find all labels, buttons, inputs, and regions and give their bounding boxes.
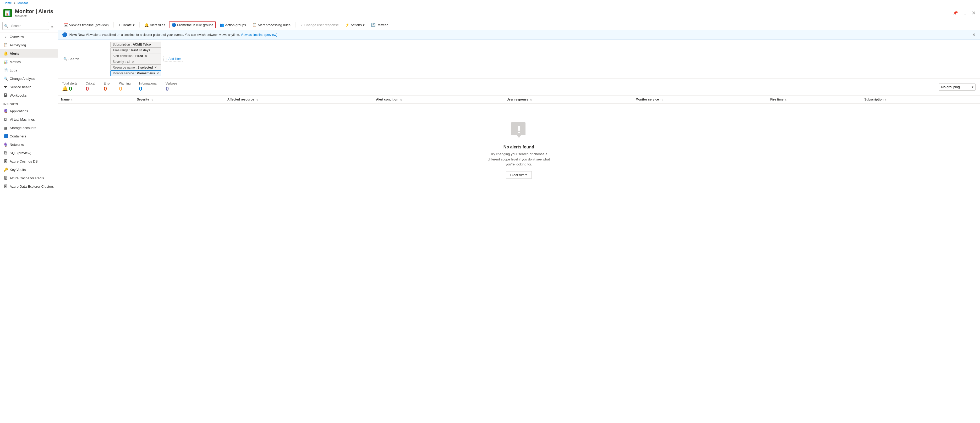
sidebar-label-logs: Logs: [10, 68, 17, 72]
create-button[interactable]: + Create ▾: [116, 21, 137, 28]
prometheus-rule-groups-button[interactable]: 🔵 Prometheus rule groups: [169, 21, 216, 28]
column-header-user_response[interactable]: User response ↑↓: [503, 95, 633, 104]
change-user-response-button[interactable]: ✓ Change user response: [298, 21, 342, 28]
chip-value-severity: all: [127, 60, 130, 63]
search-input[interactable]: [68, 57, 100, 61]
breadcrumb-home[interactable]: Home: [3, 1, 12, 5]
chip-close-monitor_service[interactable]: ✕: [156, 71, 159, 75]
empty-state-subtitle: Try changing your search or choose a dif…: [485, 152, 553, 167]
chip-close-resource_name[interactable]: ✕: [154, 66, 157, 70]
column-header-fire_time[interactable]: Fire time ↑↓: [767, 95, 861, 104]
grouping-select[interactable]: No groupingSmart groupingSubscriptionRes…: [939, 84, 975, 90]
filter-chip-resource_name[interactable]: Resource name :2 selected✕: [110, 65, 161, 70]
stat-warning: Warning 0: [119, 82, 130, 92]
insights-section-label: Insights: [0, 100, 57, 107]
sidebar-item-cache_redis[interactable]: 🗄Azure Cache for Redis: [0, 174, 57, 182]
sidebar-search-input[interactable]: [9, 23, 47, 29]
sidebar-item-cosmos_db[interactable]: 🗄Azure Cosmos DB: [0, 157, 57, 165]
logs-icon: 📄: [3, 68, 8, 72]
sidebar-label-networks: Networks: [10, 143, 24, 147]
sidebar-item-sql_preview[interactable]: 🗄SQL (preview): [0, 149, 57, 157]
sidebar-label-sql_preview: SQL (preview): [10, 151, 32, 155]
add-filter-button[interactable]: + Add filter: [164, 56, 183, 62]
sidebar-collapse-button[interactable]: «: [49, 22, 56, 31]
chip-label-alert_condition: Alert condition :: [113, 54, 134, 58]
actions-button[interactable]: ⚡ Actions ▾: [342, 21, 367, 28]
filter-chip-severity[interactable]: Severity :all✕: [110, 59, 161, 65]
breadcrumb-monitor[interactable]: Monitor: [18, 1, 28, 5]
chip-value-subscription: ACME Telco: [133, 43, 151, 46]
filter-chip-subscription[interactable]: Subscription :ACME Telco: [110, 42, 161, 48]
cosmos_db-icon: 🗄: [3, 159, 8, 163]
refresh-button[interactable]: 🔄 Refresh: [368, 21, 391, 28]
clear-filters-button[interactable]: Clear filters: [506, 171, 532, 179]
sidebar-label-alerts: Alerts: [10, 52, 19, 55]
column-header-monitor_service[interactable]: Monitor service ↑↓: [632, 95, 767, 104]
filter-chip-alert_condition[interactable]: Alert condition :Fired✕: [110, 53, 161, 59]
sidebar-item-service_health[interactable]: ❤Service health: [0, 83, 57, 91]
notification-text: New: New: View alerts visualized on a ti…: [69, 33, 970, 36]
chip-label-severity: Severity :: [113, 60, 126, 63]
notification-icon: 🔵: [62, 32, 67, 37]
search-icon: 🔍: [64, 57, 67, 61]
column-header-alert_condition[interactable]: Alert condition ↑↓: [373, 95, 503, 104]
sidebar-item-workbooks[interactable]: 📓Workbooks: [0, 91, 57, 100]
sidebar-item-storage_accounts[interactable]: ▦Storage accounts: [0, 124, 57, 132]
sidebar-item-networks[interactable]: 🔮Networks: [0, 140, 57, 149]
view-timeline-button[interactable]: 📅 View as timeline (preview): [61, 21, 111, 28]
sidebar-item-key_vaults[interactable]: 🔑Key Vaults: [0, 165, 57, 174]
notification-bar: 🔵 New: New: View alerts visualized on a …: [58, 30, 980, 40]
app-icon: 📊: [3, 9, 12, 17]
column-header-affected_resource[interactable]: Affected resource ↑↓: [224, 95, 373, 104]
chip-value-monitor_service: Prometheus: [137, 71, 155, 75]
sidebar-label-applications: Applications: [10, 109, 28, 113]
sort-icon-monitor_service: ↑↓: [660, 98, 663, 101]
sidebar-item-data_explorer[interactable]: 🗄Azure Data Explorer Clusters: [0, 182, 57, 190]
sidebar-item-applications[interactable]: 🔮Applications: [0, 107, 57, 115]
sidebar-item-metrics[interactable]: 📊Metrics: [0, 58, 57, 66]
metrics-icon: 📊: [3, 60, 8, 64]
stat-error: Error 0: [104, 82, 111, 92]
search-filter[interactable]: 🔍: [61, 56, 108, 62]
sidebar-item-virtual_machines[interactable]: 🖥Virtual Machines: [0, 115, 57, 124]
sidebar-label-workbooks: Workbooks: [10, 93, 27, 97]
data_explorer-icon: 🗄: [3, 184, 8, 189]
notification-close-button[interactable]: ✕: [972, 32, 975, 37]
sidebar-label-change_analysis: Change Analysis: [10, 77, 35, 81]
sidebar-label-overview: Overview: [10, 35, 24, 39]
close-button[interactable]: ✕: [970, 9, 977, 17]
sidebar-item-overview[interactable]: ○Overview: [0, 32, 57, 41]
page-subtitle: Microsoft: [15, 14, 948, 17]
create-chevron-icon: ▾: [133, 23, 135, 27]
chip-close-alert_condition[interactable]: ✕: [145, 54, 147, 58]
filter-chip-time_range[interactable]: Time range :Past 30 days: [110, 48, 161, 53]
filter-chip-monitor_service[interactable]: Monitor service :Prometheus✕: [110, 70, 161, 76]
notification-link[interactable]: View as timeline (preview): [241, 33, 277, 36]
sort-icon-affected_resource: ↑↓: [255, 98, 258, 101]
sidebar-item-alerts[interactable]: 🔔Alerts: [0, 49, 57, 58]
sidebar-item-activity_log[interactable]: 📋Activity log: [0, 41, 57, 49]
sidebar-item-change_analysis[interactable]: 🔍Change Analysis: [0, 74, 57, 83]
sidebar-label-activity_log: Activity log: [10, 43, 26, 47]
workbooks-icon: 📓: [3, 93, 8, 97]
breadcrumb: Home > Monitor: [0, 0, 980, 6]
page-title: Monitor | Alerts: [15, 8, 948, 14]
chip-label-resource_name: Resource name :: [113, 66, 137, 70]
column-header-severity[interactable]: Severity ↑↓: [134, 95, 224, 104]
column-header-subscription[interactable]: Subscription ↑↓: [861, 95, 980, 104]
check-icon: ✓: [300, 23, 303, 27]
action-groups-button[interactable]: 👥 Action groups: [217, 21, 248, 28]
more-button[interactable]: …: [961, 10, 967, 16]
sidebar-item-containers[interactable]: 🟦Containers: [0, 132, 57, 140]
pin-button[interactable]: 📌: [952, 10, 959, 16]
alerts-table: Name ↑↓Severity ↑↓Affected resource ↑↓Al…: [58, 95, 980, 104]
column-header-name[interactable]: Name ↑↓: [58, 95, 134, 104]
chip-close-severity[interactable]: ✕: [132, 60, 134, 63]
chip-value-time_range: Past 30 days: [131, 48, 150, 52]
filter-bar: 🔍 Subscription :ACME TelcoTime range :Pa…: [58, 40, 980, 79]
sidebar-item-logs[interactable]: 📄Logs: [0, 66, 57, 74]
chip-label-monitor_service: Monitor service :: [113, 71, 136, 75]
alert-processing-rules-button[interactable]: 📋 Alert processing rules: [250, 21, 293, 28]
alert-rules-button[interactable]: 🔔 Alert rules: [142, 21, 168, 28]
empty-state-icon: [509, 120, 530, 141]
